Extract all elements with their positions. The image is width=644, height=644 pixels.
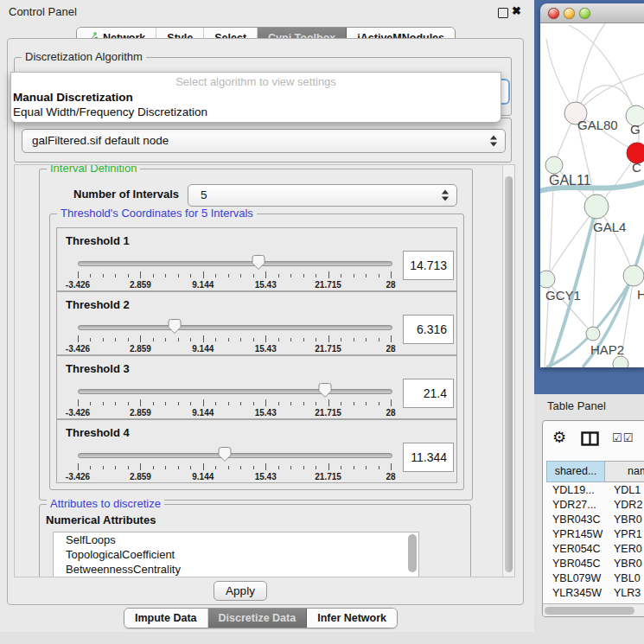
threshold-1-value-input[interactable] <box>403 251 454 280</box>
network-node[interactable] <box>613 356 628 367</box>
table-row[interactable]: YDL19...YDL1 <box>546 483 644 498</box>
attributes-group-title: Attributes to discretize <box>47 497 164 510</box>
table-row[interactable]: YBL079WYBL0 <box>546 571 644 586</box>
table-panel-section: Table Panel ⚙ ☑☑ shared... name YDL19...… <box>534 394 644 615</box>
tick-label: 28 <box>386 408 395 418</box>
bottom-tab-bar: Impute DataDiscretize DataInfer Network <box>124 608 398 628</box>
numerical-attributes-list[interactable]: SelfLoopsTopologicalCoefficientBetweenne… <box>53 532 419 577</box>
slider-thumb[interactable] <box>252 254 265 271</box>
cell-shared-name: YBR045C <box>552 557 601 571</box>
close-traffic-light[interactable] <box>548 8 559 19</box>
table-data-select[interactable]: galFiltered.sif default node <box>22 129 506 153</box>
slider-thumb[interactable] <box>218 446 232 462</box>
horizontal-scrollbar[interactable] <box>543 603 644 617</box>
algorithm-dropdown-hint: Select algorithm to view settings <box>11 73 501 90</box>
threshold-3-value-input[interactable] <box>403 379 454 408</box>
threshold-2-panel: Threshold 2-3.4262.8599.14415.4321.71528 <box>56 291 457 355</box>
close-icon[interactable]: ✖ <box>512 4 521 17</box>
threshold-2-label: Threshold 2 <box>66 298 130 311</box>
algorithm-dropdown-list: Manual DiscretizationEqual Width/Frequen… <box>11 90 501 119</box>
tick-label: -3.426 <box>66 472 90 481</box>
cell-name: YDL1 <box>614 483 641 498</box>
cell-shared-name: YDL19... <box>552 483 595 498</box>
tick-label: 2.859 <box>130 344 151 354</box>
threshold-3-slider[interactable]: -3.4262.8599.14415.4321.71528 <box>78 380 391 417</box>
number-of-intervals-select[interactable]: 5 <box>188 184 457 207</box>
select-columns-icons[interactable]: ☑☑ <box>612 431 634 444</box>
table-row[interactable]: YER054CYER0 <box>546 542 644 557</box>
network-node-h[interactable] <box>623 265 644 286</box>
apply-button[interactable]: Apply <box>214 581 267 601</box>
gear-icon[interactable]: ⚙ <box>552 428 566 447</box>
attribute-item-betweennesscentrality[interactable]: BetweennessCentrality <box>54 562 418 577</box>
tick-label: 15.43 <box>255 472 277 481</box>
tick-label: 28 <box>386 280 395 290</box>
network-node-gal4[interactable] <box>584 194 609 219</box>
network-canvas[interactable]: GAL80GCGAL11GAL4GCY1HHAP2 <box>540 23 644 367</box>
threshold-2-slider[interactable]: -3.4262.8599.14415.4321.71528 <box>78 316 391 353</box>
slider-thumb[interactable] <box>318 382 332 399</box>
tick-label: 2.859 <box>130 472 151 481</box>
table-row[interactable]: YDR27...YDR2 <box>546 498 644 513</box>
tab-infer-network[interactable]: Infer Network <box>307 609 397 628</box>
cell-shared-name: YPR145W <box>552 527 603 542</box>
slider-track[interactable] <box>78 261 392 266</box>
zoom-traffic-light[interactable] <box>579 8 590 19</box>
float-window-icon[interactable] <box>498 8 508 18</box>
threshold-4-value-input[interactable] <box>403 443 454 472</box>
tab-impute-data[interactable]: Impute Data <box>124 609 208 628</box>
table-row[interactable]: YBR043CYBR0 <box>546 513 644 527</box>
slider-track[interactable] <box>78 325 392 330</box>
node-table: ⚙ ☑☑ shared... name YDL19...YDL1YDR27...… <box>542 420 644 617</box>
tick-label: 2.859 <box>130 408 151 418</box>
algorithm-option-equal-width-frequency-discretization[interactable]: Equal Width/Frequency Discretization <box>11 105 501 119</box>
threshold-1-slider[interactable]: -3.4262.8599.14415.4321.71528 <box>78 252 391 289</box>
list-scrollbar[interactable] <box>408 534 417 574</box>
slider-ticks <box>78 335 391 343</box>
minimize-traffic-light[interactable] <box>564 8 575 19</box>
network-node-hap2[interactable] <box>586 327 600 341</box>
tick-label: 21.715 <box>315 280 341 290</box>
slider-track[interactable] <box>78 453 392 458</box>
interval-definition-group-title: Interval Definition <box>47 164 140 175</box>
number-of-intervals-label: Number of Intervals <box>73 188 179 201</box>
column-header-shared-name[interactable]: shared... <box>546 461 605 482</box>
tick-label: 9.144 <box>192 408 214 418</box>
tick-label: 9.144 <box>192 344 214 354</box>
vertical-scrollbar-thumb[interactable] <box>505 176 513 572</box>
tick-label: 9.144 <box>192 280 214 290</box>
threshold-4-slider[interactable]: -3.4262.8599.14415.4321.71528 <box>78 444 391 481</box>
slider-ticks <box>78 399 391 407</box>
tab-discretize-data[interactable]: Discretize Data <box>208 609 308 628</box>
table-row[interactable]: YPR145WYPR1 <box>546 527 644 542</box>
split-view-icon[interactable] <box>581 431 599 446</box>
threshold-1-label: Threshold 1 <box>66 234 130 247</box>
node-label-gcy1: GCY1 <box>545 288 581 303</box>
slider-thumb[interactable] <box>168 318 182 335</box>
attribute-item-topologicalcoefficient[interactable]: TopologicalCoefficient <box>54 547 418 562</box>
column-header-name[interactable]: name <box>605 461 644 482</box>
list-scrollbar-thumb[interactable] <box>408 534 417 572</box>
table-row[interactable]: YBR045CYBR0 <box>546 557 644 571</box>
table-row[interactable]: YLR345WYLR3 <box>546 586 644 601</box>
attribute-item-selfloops[interactable]: SelfLoops <box>54 532 418 547</box>
cell-shared-name: YDR27... <box>552 498 596 513</box>
tick-label: 21.715 <box>315 408 341 418</box>
cell-name: YBR0 <box>614 513 642 527</box>
horizontal-scrollbar-thumb[interactable] <box>545 607 634 615</box>
cell-name: YDR2 <box>614 498 642 513</box>
network-node-gal11[interactable] <box>545 156 563 174</box>
threshold-3-label: Threshold 3 <box>66 362 130 375</box>
vertical-scrollbar[interactable] <box>502 165 514 577</box>
tick-label: 9.144 <box>192 472 214 481</box>
algorithm-option-manual-discretization[interactable]: Manual Discretization <box>11 90 501 105</box>
slider-tick-labels: -3.4262.8599.14415.4321.71528 <box>78 280 391 290</box>
network-graph: GAL80GCGAL11GAL4GCY1HHAP2 <box>540 23 644 367</box>
network-window-titlebar[interactable] <box>540 3 644 23</box>
discretization-algorithm-group-title: Discretization Algorithm <box>22 50 146 63</box>
network-node-gcy1[interactable] <box>540 271 555 288</box>
threshold-2-value-input[interactable] <box>403 315 454 344</box>
slider-track[interactable] <box>78 389 392 394</box>
combo-arrows-icon <box>490 136 497 147</box>
control-panel-title: Control Panel <box>9 5 77 18</box>
